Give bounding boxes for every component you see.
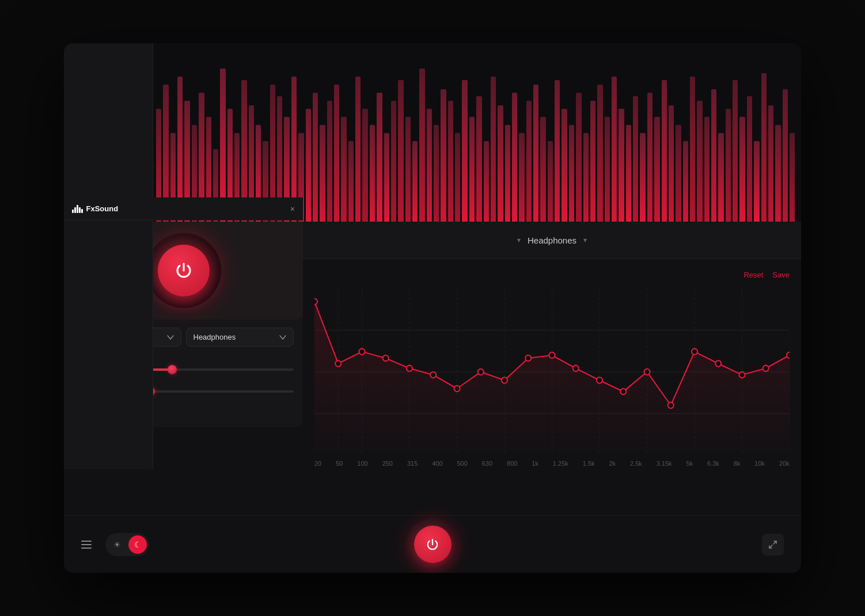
eq-panel: ▾ Headphones ▾ Reset Save xyxy=(303,222,801,515)
visualizer-bar xyxy=(398,80,403,222)
svg-point-22 xyxy=(502,377,507,383)
visualizer-bar xyxy=(505,125,510,222)
svg-point-18 xyxy=(407,366,412,371)
power-ring xyxy=(146,233,221,308)
svg-point-14 xyxy=(314,299,317,305)
reset-button[interactable]: Reset xyxy=(743,271,763,279)
visualizer-bar xyxy=(540,117,545,222)
frequency-label: 10k xyxy=(754,460,765,467)
frequency-label: 2.5k xyxy=(630,460,642,467)
frequency-label: 1.25k xyxy=(553,460,568,467)
bottom-center xyxy=(407,519,458,571)
frequency-label: 800 xyxy=(507,460,517,467)
frequency-label: 2k xyxy=(609,460,616,467)
eq-header-chevron-left: ▾ xyxy=(517,236,521,244)
visualizer-bar xyxy=(320,125,325,222)
dark-theme-button[interactable]: ☾ xyxy=(128,535,147,554)
visualizer-bar xyxy=(626,125,631,222)
visualizer-bar xyxy=(512,93,517,222)
visualizer-bar xyxy=(754,141,759,222)
visualizer-bar xyxy=(676,125,681,222)
svg-point-23 xyxy=(525,355,531,361)
visualizer-bar xyxy=(519,133,524,222)
svg-point-27 xyxy=(620,389,626,394)
visualizer-bar xyxy=(484,141,489,222)
visualizer-bar xyxy=(747,96,752,222)
menu-button[interactable] xyxy=(81,541,92,549)
visualizer-bar xyxy=(790,133,795,222)
visualizer-bar xyxy=(355,77,361,222)
frequency-label: 1.5k xyxy=(583,460,595,467)
expand-button[interactable] xyxy=(762,534,784,556)
visualizer-bar xyxy=(690,77,695,222)
bottom-right xyxy=(762,534,784,556)
eq-actions: Reset Save xyxy=(314,271,790,279)
visualizer-bar xyxy=(669,105,674,222)
visualizer-bar xyxy=(427,109,432,222)
headphones-dropdown[interactable]: Headphones xyxy=(186,328,294,347)
app-logo: FxSound xyxy=(72,204,118,213)
logo-icon xyxy=(72,205,83,213)
visualizer-bar xyxy=(597,85,602,222)
visualizer-bar xyxy=(726,109,731,222)
visualizer-bar xyxy=(462,80,467,222)
visualizer-bar xyxy=(377,93,382,222)
frequency-label: 100 xyxy=(357,460,367,467)
visualizer-bar xyxy=(711,89,716,222)
svg-point-34 xyxy=(787,352,790,358)
visualizer-bar xyxy=(775,125,780,222)
visualizer-bar xyxy=(783,89,788,222)
light-theme-button[interactable]: ☀ xyxy=(108,535,126,554)
visualizer-bar xyxy=(739,117,745,222)
headphones-label: Headphones xyxy=(194,333,236,341)
visualizer-bar xyxy=(718,133,723,222)
svg-point-29 xyxy=(668,402,674,408)
moon-icon: ☾ xyxy=(134,540,142,549)
theme-toggles: ☀ ☾ xyxy=(105,533,149,556)
svg-point-19 xyxy=(430,372,436,378)
eq-graph xyxy=(314,288,790,455)
visualizer-bar xyxy=(476,96,481,222)
power-button[interactable] xyxy=(158,245,210,296)
frequency-label: 3.15k xyxy=(657,460,672,467)
visualizer-section xyxy=(150,43,801,222)
frequency-label: 6.3k xyxy=(707,460,719,467)
dynamic-boost-thumb[interactable] xyxy=(168,365,177,374)
svg-point-17 xyxy=(383,355,389,361)
visualizer-bar xyxy=(419,69,424,222)
visualizer-bar xyxy=(640,133,645,222)
visualizer-bar xyxy=(612,77,617,222)
bottom-left: ☀ ☾ xyxy=(81,533,149,556)
eq-frequency-labels: 20501002503154005006308001k1.25k1.5k2k2.… xyxy=(314,455,790,467)
visualizer-bar xyxy=(704,117,710,222)
svg-point-32 xyxy=(739,372,745,378)
frequency-label: 400 xyxy=(432,460,442,467)
save-button[interactable]: Save xyxy=(772,271,790,279)
visualizer-bars xyxy=(150,43,801,222)
visualizer-bar xyxy=(619,109,624,222)
sidebar xyxy=(64,43,153,469)
frequency-label: 20k xyxy=(779,460,790,467)
bottom-power-button[interactable] xyxy=(414,526,452,563)
visualizer-bar xyxy=(498,105,503,222)
app-container: FxSound × Alternative Rock xyxy=(64,43,801,573)
frequency-label: 20 xyxy=(314,460,321,467)
svg-point-21 xyxy=(478,369,484,375)
visualizer-bar xyxy=(434,125,439,222)
title-bar: FxSound × xyxy=(64,197,303,220)
frequency-label: 8k xyxy=(734,460,741,467)
sun-icon: ☀ xyxy=(113,540,121,549)
visualizer-bar xyxy=(391,101,396,222)
visualizer-bar xyxy=(327,101,332,222)
visualizer-bar xyxy=(448,101,453,222)
svg-point-24 xyxy=(549,352,555,358)
eq-graph-container: Reset Save xyxy=(303,259,801,467)
visualizer-bar xyxy=(341,117,346,222)
frequency-label: 5k xyxy=(686,460,693,467)
visualizer-bar xyxy=(455,133,460,222)
visualizer-bar xyxy=(633,96,638,222)
visualizer-bar xyxy=(733,80,738,222)
close-button[interactable]: × xyxy=(290,205,295,213)
svg-point-25 xyxy=(573,366,579,371)
visualizer-bar xyxy=(647,93,652,222)
